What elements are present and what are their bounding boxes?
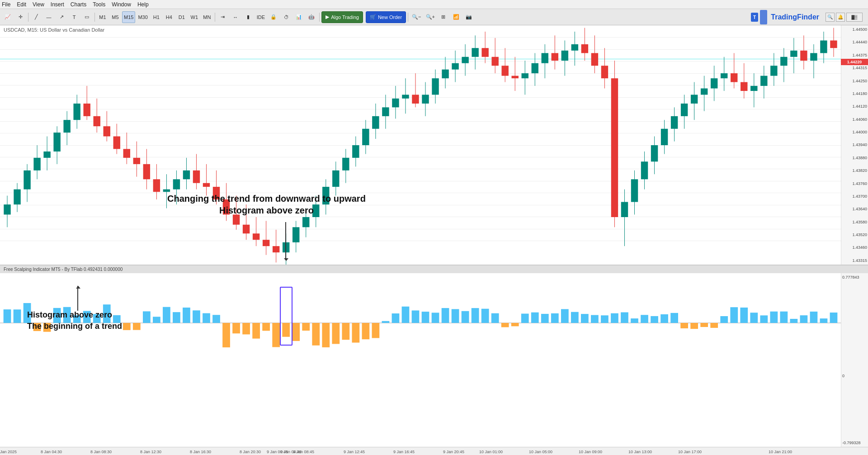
robot-btn[interactable]: 🤖 — [306, 11, 317, 23]
svg-rect-106 — [512, 76, 519, 79]
svg-rect-231 — [591, 315, 599, 323]
svg-rect-42 — [193, 171, 200, 183]
svg-rect-58 — [273, 246, 279, 252]
svg-rect-154 — [750, 86, 757, 91]
menu-view[interactable]: View — [33, 1, 44, 8]
chart-shift-btn[interactable]: ⇥ — [217, 11, 229, 23]
svg-rect-6 — [14, 190, 20, 204]
chart-autoscroll-btn[interactable]: ↔ — [230, 11, 241, 23]
line-tool[interactable]: ╱ — [30, 11, 42, 23]
svg-rect-138 — [671, 116, 678, 129]
svg-text:8 Jan 08:30: 8 Jan 08:30 — [90, 450, 112, 454]
algo-trading-button[interactable]: ▶ Algo Trading — [321, 11, 363, 23]
menu-insert[interactable]: Insert — [51, 1, 64, 8]
menu-window[interactable]: Window — [112, 1, 131, 8]
svg-rect-249 — [770, 312, 778, 323]
notification-icon[interactable]: 🔔 — [836, 13, 845, 22]
grid-btn[interactable]: ⊞ — [438, 11, 449, 23]
svg-rect-26 — [113, 136, 120, 149]
svg-rect-100 — [481, 48, 488, 57]
svg-text:9 Jan 20:45: 9 Jan 20:45 — [443, 450, 464, 454]
menu-edit[interactable]: Edit — [17, 1, 26, 8]
bottom-annotation: Histogram above zero The beginning of a … — [27, 309, 122, 332]
svg-rect-94 — [452, 63, 458, 70]
new-order-button[interactable]: 🛒 New Order — [366, 11, 406, 23]
hline-tool[interactable]: — — [43, 11, 55, 23]
svg-rect-209 — [372, 323, 380, 338]
tf-mn[interactable]: MN — [201, 11, 213, 23]
shapes-tool[interactable]: ▭ — [81, 11, 93, 23]
svg-rect-250 — [780, 312, 788, 323]
svg-rect-52 — [243, 225, 250, 234]
svg-rect-126 — [611, 78, 618, 217]
svg-rect-78 — [372, 116, 379, 129]
histogram-chart — [0, 273, 841, 364]
svg-rect-110 — [532, 63, 538, 73]
menu-help[interactable]: Help — [137, 1, 149, 8]
indicator-btn[interactable]: 📊 — [293, 11, 305, 23]
svg-rect-245 — [730, 307, 738, 323]
svg-rect-134 — [651, 145, 658, 161]
tf-w1[interactable]: W1 — [189, 11, 200, 23]
svg-rect-188 — [163, 307, 170, 323]
text-tool[interactable]: T — [68, 11, 80, 23]
svg-rect-104 — [501, 66, 508, 76]
svg-rect-14 — [53, 133, 60, 152]
indicator-chart[interactable]: Histogram above zero The beginning of a … — [0, 273, 868, 447]
tf-h4[interactable]: H4 — [163, 11, 175, 23]
svg-rect-66 — [312, 204, 319, 217]
menu-charts[interactable]: Charts — [71, 1, 86, 8]
lock-btn[interactable]: 🔒 — [268, 11, 279, 23]
svg-rect-74 — [352, 145, 359, 158]
tf-m1[interactable]: M1 — [97, 11, 108, 23]
svg-text:10 Jan 09:00: 10 Jan 09:00 — [579, 450, 602, 454]
svg-rect-172 — [4, 309, 11, 323]
tf-m5[interactable]: M5 — [109, 11, 121, 23]
crosshair-button[interactable]: ✛ — [14, 11, 26, 23]
svg-rect-132 — [641, 161, 648, 179]
svg-rect-241 — [690, 323, 698, 329]
arrow-tool[interactable]: ↗ — [56, 11, 67, 23]
svg-rect-212 — [402, 307, 410, 323]
svg-rect-118 — [571, 44, 578, 51]
svg-rect-128 — [621, 202, 628, 217]
search-icon[interactable]: 🔍 — [826, 13, 835, 22]
svg-rect-148 — [721, 73, 727, 78]
zoom-out-btn[interactable]: 🔍− — [410, 11, 423, 23]
svg-rect-38 — [173, 179, 180, 189]
svg-rect-237 — [651, 316, 658, 323]
time-axis-labels: Jan 20258 Jan 04:308 Jan 08:308 Jan 12:3… — [0, 447, 868, 455]
svg-rect-84 — [402, 95, 409, 98]
svg-rect-170 — [830, 40, 837, 48]
zoom-in-btn[interactable]: 🔍+ — [424, 11, 437, 23]
svg-rect-68 — [322, 187, 329, 204]
svg-rect-114 — [552, 53, 558, 61]
svg-rect-201 — [292, 323, 300, 341]
vol-btn[interactable]: 📶 — [450, 11, 462, 23]
svg-rect-12 — [43, 152, 50, 158]
tf-m30[interactable]: M30 — [136, 11, 149, 23]
svg-rect-16 — [63, 120, 70, 133]
svg-rect-216 — [442, 308, 449, 323]
svg-rect-222 — [501, 323, 509, 327]
svg-rect-205 — [332, 323, 340, 344]
ide-btn[interactable]: IDE — [255, 11, 267, 23]
screenshot-btn[interactable]: 📷 — [463, 11, 475, 23]
timer-btn[interactable]: ⏱ — [280, 11, 292, 23]
svg-rect-40 — [183, 171, 190, 180]
tf-h1[interactable]: H1 — [151, 11, 162, 23]
svg-rect-219 — [472, 308, 479, 323]
svg-rect-18 — [73, 104, 80, 120]
svg-rect-211 — [392, 313, 400, 323]
tf-m15[interactable]: M15 — [122, 11, 135, 23]
bar-chart-btn[interactable]: ▮ — [242, 11, 254, 23]
svg-rect-214 — [422, 312, 429, 323]
menu-file[interactable]: File — [2, 1, 10, 8]
progress-bar-icon[interactable]: ▓▒ — [846, 13, 863, 22]
svg-rect-218 — [462, 311, 469, 323]
svg-rect-253 — [810, 312, 818, 323]
tf-d1[interactable]: D1 — [176, 11, 188, 23]
new-chart-button[interactable]: 📈 — [2, 11, 14, 23]
menu-tools[interactable]: Tools — [93, 1, 105, 8]
price-chart[interactable]: Changing the trend from downward to upwa… — [0, 25, 868, 265]
